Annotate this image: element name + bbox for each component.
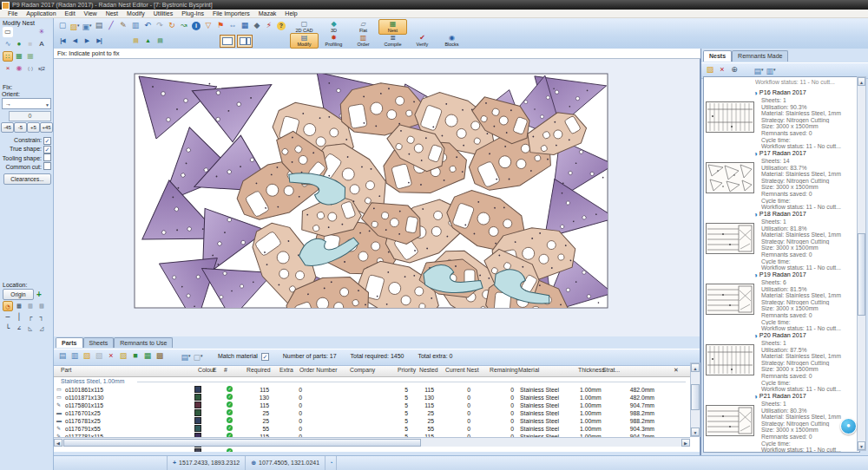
tab-nests[interactable]: Nests bbox=[703, 50, 732, 62]
snap-free-icon[interactable]: ◔ bbox=[3, 301, 13, 311]
menu-plug-ins[interactable]: Plug-Ins bbox=[177, 10, 208, 18]
load-parts-icon[interactable]: ▥ bbox=[69, 350, 81, 362]
snap-angle-icon[interactable]: ∠ bbox=[14, 323, 24, 334]
tab-parts[interactable]: Parts bbox=[56, 337, 83, 348]
nest-entry-p17-radan-2017[interactable]: ◑P17 Radan 2017Sheets: 14Utilisation: 83… bbox=[704, 149, 859, 210]
new-icon[interactable]: ▢ bbox=[57, 20, 69, 31]
mode-button-profiling[interactable]: ✸Profiling bbox=[319, 33, 348, 49]
column-header-part[interactable]: Part bbox=[61, 367, 71, 373]
sheet-add-icon[interactable]: ▤ bbox=[130, 35, 141, 46]
help-icon[interactable]: ? bbox=[276, 20, 287, 31]
snap-corner-bl-icon[interactable]: └ bbox=[3, 323, 13, 334]
parts-table-header[interactable]: PartColourE#RequiredExtraOrder NumberCom… bbox=[54, 366, 700, 377]
chevron-down-icon[interactable]: ▾ bbox=[201, 353, 203, 358]
filter-dropdown[interactable]: ▢▾ bbox=[193, 350, 204, 362]
route-icon[interactable]: ↝ bbox=[179, 20, 190, 31]
rotate-5-button[interactable]: +5 bbox=[27, 122, 40, 133]
column-header-[interactable]: # bbox=[224, 367, 227, 373]
column-header-strat[interactable]: Strat... bbox=[602, 367, 620, 373]
snap-corner-tr-icon[interactable]: ┐ bbox=[36, 312, 47, 323]
view-mode-dropdown[interactable]: ▤▾ bbox=[181, 350, 192, 362]
scroll-right-icon[interactable]: ▶ bbox=[681, 439, 690, 447]
copy-icon[interactable]: ▥ bbox=[130, 20, 141, 31]
menu-help[interactable]: Help bbox=[280, 10, 301, 18]
last-sheet-icon[interactable]: ▶| bbox=[94, 35, 104, 46]
notification-bubble[interactable]: ● bbox=[840, 418, 857, 434]
nest-drawing[interactable] bbox=[54, 59, 700, 336]
flower-tool-icon[interactable]: ✳ bbox=[36, 27, 47, 37]
scroll-up-icon[interactable]: ▲ bbox=[691, 363, 700, 372]
rotate-45-button[interactable]: -45 bbox=[1, 122, 14, 133]
rect-tool-icon[interactable]: ▭ bbox=[3, 27, 13, 37]
scroll-down-icon[interactable]: ▼ bbox=[858, 441, 865, 450]
table-row[interactable]: ✎o1175801x115✓1150511500Stainless Steel1… bbox=[54, 401, 700, 409]
match-material-checkbox[interactable]: ✓ bbox=[261, 353, 269, 361]
info-icon[interactable]: i bbox=[191, 20, 202, 31]
mode-button-modify[interactable]: ▤Modify bbox=[290, 33, 319, 49]
column-header-extra[interactable]: Extra bbox=[279, 367, 293, 373]
parts-horizontal-scrollbar[interactable]: ◀ ▶ bbox=[54, 437, 690, 447]
open-icon[interactable]: ▨▾ bbox=[69, 20, 81, 31]
menu-mazak[interactable]: Mazak bbox=[254, 10, 281, 18]
snap-angle2-icon[interactable]: ◺ bbox=[25, 323, 36, 334]
dimension-icon[interactable]: ⇔ bbox=[227, 20, 239, 31]
column-header-material[interactable]: Material bbox=[518, 367, 539, 373]
sheet-icon[interactable]: ▦ bbox=[240, 20, 251, 31]
connect-icon[interactable]: ⚡ bbox=[264, 20, 275, 31]
array-tool-icon[interactable]: ▦ bbox=[14, 51, 24, 62]
open-folder-icon[interactable]: ▨ bbox=[118, 350, 129, 362]
add-part-icon[interactable]: ▤ bbox=[57, 350, 69, 362]
mode-button-compile[interactable]: ≣Compile bbox=[378, 33, 407, 49]
next-sheet-icon[interactable]: ▶ bbox=[82, 35, 92, 46]
text-tool-icon[interactable]: A bbox=[36, 39, 47, 49]
open-nest-icon[interactable]: ▨ bbox=[705, 64, 716, 75]
column-header-remaining[interactable]: Remaining bbox=[490, 367, 518, 373]
nest-entry-p19-radan-2017[interactable]: ◑P19 Radan 2017Sheets: 6Utilisation: 81.… bbox=[704, 271, 859, 331]
snap-horizontal-icon[interactable]: ─ bbox=[3, 312, 13, 323]
chevron-down-icon[interactable]: ▾ bbox=[188, 353, 191, 358]
redo-icon[interactable]: ↷ bbox=[155, 20, 166, 31]
dash-tool-icon[interactable]: (·) bbox=[25, 63, 36, 74]
split-tool-icon[interactable]: s|2 bbox=[36, 63, 47, 74]
column-header-company[interactable]: Company bbox=[350, 367, 375, 373]
nest-entry-p20-radan-2017[interactable]: ◑P20 Radan 2017Sheets: 1Utilisation: 87.… bbox=[704, 331, 859, 392]
scroll-down-icon[interactable]: ▼ bbox=[691, 428, 700, 436]
nest-list-scrollbar[interactable]: ▲ ▼ bbox=[857, 76, 866, 451]
view-style-dropdown[interactable]: ▤▾ bbox=[753, 64, 765, 75]
material-group-row[interactable]: Stainless Steel, 1.00mm bbox=[54, 377, 700, 386]
column-header-required[interactable]: Required bbox=[247, 367, 271, 373]
first-sheet-icon[interactable]: |◀ bbox=[57, 35, 68, 46]
draw-line-icon[interactable]: ╱ bbox=[106, 20, 117, 31]
snap-grid-icon[interactable]: ▦ bbox=[14, 301, 24, 311]
delete-part-icon[interactable]: × bbox=[106, 350, 117, 362]
nest-entry-p18-radan-2017[interactable]: ◑P18 Radan 2017Sheets: 1Utilisation: 81.… bbox=[704, 210, 859, 271]
print-icon[interactable]: ▤ bbox=[94, 20, 105, 31]
snap-corner-tl-icon[interactable]: ┌ bbox=[25, 312, 36, 323]
rotate-5-button[interactable]: -5 bbox=[14, 122, 27, 133]
menu-view[interactable]: View bbox=[80, 10, 102, 18]
menu-file[interactable]: File bbox=[3, 10, 22, 18]
column-header-[interactable]: ✕ bbox=[674, 367, 679, 374]
save-icon[interactable]: ▣▾ bbox=[82, 20, 93, 31]
add-location-icon[interactable]: + bbox=[36, 290, 42, 299]
rotate-45-button[interactable]: +45 bbox=[40, 122, 53, 133]
table-row[interactable]: ✎o1176791x55✓55055500Stainless Steel1.00… bbox=[54, 425, 700, 433]
scroll-left-icon[interactable]: ◀ bbox=[54, 439, 62, 447]
table-row[interactable]: ▭o1101861x115✓1150511500Stainless Steel1… bbox=[54, 386, 700, 394]
table-row[interactable]: ▬o1176781x25✓25052500Stainless Steel1.00… bbox=[54, 417, 700, 425]
column-header-order-number[interactable]: Order Number bbox=[299, 367, 337, 373]
prev-sheet-icon[interactable]: ◀ bbox=[69, 35, 80, 46]
user-icon[interactable]: ◆ bbox=[252, 20, 263, 31]
tab-remnants-to-use[interactable]: Remnants to Use bbox=[114, 337, 173, 348]
scroll-up-icon[interactable]: ▲ bbox=[858, 77, 865, 86]
table-row[interactable]: ▬o1176701x25✓25052500Stainless Steel1.00… bbox=[54, 409, 700, 417]
report-icon[interactable]: ▩ bbox=[155, 350, 166, 362]
snap-hatch-icon[interactable]: ▨ bbox=[36, 301, 47, 311]
detail-style-dropdown[interactable]: ▥▾ bbox=[766, 64, 777, 75]
chevron-down-icon[interactable]: ▾ bbox=[761, 67, 764, 72]
column-header-current-nest[interactable]: Current Nest bbox=[445, 367, 479, 373]
add-sheet-icon[interactable]: ▦ bbox=[142, 350, 154, 362]
scrollbar-thumb[interactable] bbox=[858, 233, 865, 316]
column-header-e[interactable]: E bbox=[213, 367, 217, 373]
mode-button-blocks[interactable]: ◉Blocks bbox=[437, 33, 466, 49]
